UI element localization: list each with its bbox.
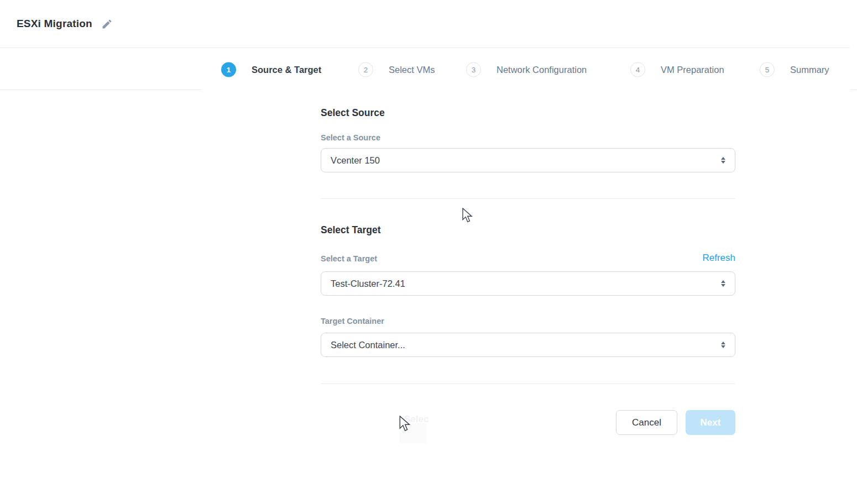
step-number-badge: 4 (630, 62, 645, 77)
section-divider (321, 198, 735, 199)
wizard-stepper: 1 Source & Target 2 Select VMs 3 Network… (202, 49, 850, 90)
pencil-icon (101, 18, 113, 30)
select-target-heading: Select Target (321, 224, 735, 235)
target-container-select[interactable]: Select Container... (321, 333, 735, 357)
target-select[interactable]: Test-Cluster-72.41 (321, 271, 735, 296)
cancel-button[interactable]: Cancel (616, 410, 677, 435)
updown-caret-icon (721, 342, 725, 348)
step-network-configuration[interactable]: 3 Network Configuration (466, 62, 587, 77)
wizard-header: ESXi Migration (0, 0, 850, 48)
step-label: VM Preparation (661, 64, 724, 75)
target-select-value: Test-Cluster-72.41 (331, 279, 405, 289)
step-label: Summary (790, 64, 829, 75)
select-source-heading: Select Source (321, 107, 735, 118)
source-field-label: Select a Source (321, 133, 735, 142)
step-summary[interactable]: 5 Summary (760, 62, 829, 77)
step-number-badge: 5 (760, 62, 775, 77)
source-select-value: Vcenter 150 (331, 155, 380, 166)
esxi-migration-wizard: ESXi Migration 1 Source & Target 2 Selec… (0, 0, 857, 504)
source-target-form: Select Source Select a Source Vcenter 15… (321, 107, 735, 435)
target-field-label: Select a Target (321, 254, 377, 263)
step-source-and-target[interactable]: 1 Source & Target (221, 62, 321, 77)
next-button[interactable]: Next (686, 410, 735, 435)
target-label-row: Select a Target Refresh (321, 253, 735, 263)
step-label: Select VMs (389, 64, 435, 75)
target-container-select-value: Select Container... (331, 340, 405, 350)
page-title: ESXi Migration (17, 18, 92, 30)
step-number-badge: 2 (358, 62, 373, 77)
refresh-link[interactable]: Refresh (702, 253, 735, 263)
mouse-pointer-icon (399, 416, 412, 435)
step-number-badge: 3 (466, 62, 481, 77)
updown-caret-icon (721, 157, 725, 164)
step-select-vms[interactable]: 2 Select VMs (358, 62, 435, 77)
edit-title-button[interactable] (101, 18, 113, 30)
wizard-footer: Cancel Next (321, 410, 735, 435)
mouse-pointer-icon (462, 208, 474, 226)
updown-caret-icon (721, 280, 725, 287)
step-number-badge: 1 (221, 62, 236, 77)
source-select[interactable]: Vcenter 150 (321, 148, 735, 172)
target-container-label: Target Container (321, 317, 735, 326)
step-vm-preparation[interactable]: 4 VM Preparation (630, 62, 724, 77)
footer-divider (321, 384, 735, 384)
step-label: Network Configuration (497, 64, 587, 75)
step-label: Source & Target (252, 64, 321, 75)
